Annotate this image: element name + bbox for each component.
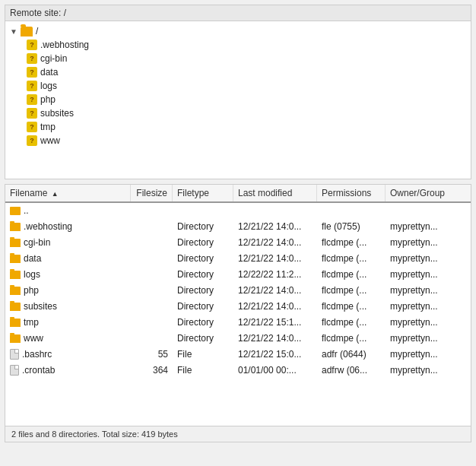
- filename-text: cgi-bin: [24, 237, 50, 248]
- tree-item-label: .webhosting: [40, 40, 89, 50]
- folder-icon: [10, 319, 21, 327]
- folder-icon: [10, 239, 21, 247]
- table-row[interactable]: dataDirectory12/21/22 14:0...flcdmpe (..…: [5, 251, 471, 267]
- filetype-text: [173, 209, 233, 212]
- filesize-text: [131, 289, 173, 292]
- unknown-folder-icon: [27, 53, 37, 64]
- unknown-folder-icon: [27, 67, 37, 78]
- table-row[interactable]: .webhostingDirectory12/21/22 14:0...fle …: [5, 219, 471, 235]
- col-header-filesize[interactable]: Filesize: [131, 185, 173, 201]
- table-row[interactable]: ..: [5, 203, 471, 219]
- table-row[interactable]: tmpDirectory12/21/22 15:1...flcdmpe (...…: [5, 315, 471, 331]
- owner-text: myprettyn...: [386, 300, 471, 313]
- tree-item[interactable]: logs: [5, 79, 471, 93]
- tree-item-label: php: [40, 94, 56, 105]
- owner-text: myprettyn...: [386, 236, 471, 249]
- permissions-text: [317, 209, 386, 212]
- parent-folder-icon: [10, 207, 21, 215]
- folder-icon: [10, 255, 21, 263]
- owner-text: myprettyn...: [386, 315, 471, 329]
- tree-item[interactable]: data: [5, 65, 471, 79]
- lastmod-text: 12/21/22 15:0...: [233, 347, 317, 361]
- filetype-text: Directory: [173, 315, 233, 329]
- permissions-text: flcdmpe (...: [317, 315, 386, 329]
- folder-icon: [10, 223, 21, 231]
- unknown-folder-icon: [27, 108, 37, 119]
- tree-item[interactable]: www: [5, 134, 471, 147]
- remote-site-panel: Remote site: / ▼ / .webhostingcgi-bindat…: [5, 5, 471, 179]
- unknown-folder-icon: [27, 40, 37, 50]
- filelist-header: Filename ▲ Filesize Filetype Last modifi…: [5, 185, 471, 203]
- filename-text: .bashrc: [22, 349, 52, 360]
- table-row[interactable]: .bashrc55File12/21/22 15:0...adfr (0644)…: [5, 347, 471, 363]
- folder-icon: [10, 334, 21, 343]
- unknown-folder-icon: [27, 135, 37, 146]
- col-header-filetype[interactable]: Filetype: [173, 185, 233, 201]
- tree-item[interactable]: php: [5, 93, 471, 106]
- permissions-text: flcdmpe (...: [317, 268, 386, 281]
- status-text: 2 files and 8 directories. Total size: 4…: [11, 430, 178, 439]
- panel-path: /: [64, 8, 66, 18]
- filename-text: www: [24, 333, 43, 344]
- permissions-text: adfrw (06...: [317, 363, 386, 377]
- filetype-text: Directory: [173, 268, 233, 281]
- table-row[interactable]: cgi-binDirectory12/21/22 14:0...flcdmpe …: [5, 235, 471, 251]
- lastmod-text: 12/21/22 14:0...: [233, 284, 317, 297]
- table-row[interactable]: wwwDirectory12/21/22 14:0...flcdmpe (...…: [5, 331, 471, 347]
- owner-text: myprettyn...: [386, 268, 471, 281]
- root-folder-icon: [21, 27, 33, 36]
- permissions-text: fle (0755): [317, 220, 386, 233]
- unknown-folder-icon: [27, 81, 37, 91]
- tree-arrow-icon: ▼: [10, 27, 19, 36]
- filetype-text: Directory: [173, 220, 233, 233]
- folder-icon: [10, 271, 21, 279]
- tree-item-label: subsites: [40, 108, 74, 119]
- lastmod-text: 12/21/22 14:0...: [233, 300, 317, 313]
- col-header-lastmod[interactable]: Last modified: [233, 185, 317, 201]
- filetype-text: Directory: [173, 252, 233, 265]
- tree-item-label: data: [40, 67, 58, 78]
- filelist-body: ...webhostingDirectory12/21/22 14:0...fl…: [5, 203, 471, 426]
- owner-text: myprettyn...: [386, 252, 471, 265]
- filetype-text: File: [173, 363, 233, 377]
- status-bar: 2 files and 8 directories. Total size: 4…: [5, 426, 471, 442]
- filesize-text: [131, 273, 173, 276]
- filesize-text: [131, 209, 173, 212]
- owner-text: myprettyn...: [386, 363, 471, 377]
- lastmod-text: [233, 209, 317, 212]
- tree-items-container: .webhostingcgi-bindatalogsphpsubsitestmp…: [5, 38, 471, 147]
- filetype-text: Directory: [173, 284, 233, 297]
- filename-text: .webhosting: [24, 221, 72, 232]
- owner-text: [386, 209, 471, 212]
- table-row[interactable]: phpDirectory12/21/22 14:0...flcdmpe (...…: [5, 283, 471, 299]
- lastmod-text: 12/21/22 15:1...: [233, 315, 317, 329]
- lastmod-text: 01/01/00 00:...: [233, 363, 317, 377]
- tree-item[interactable]: .webhosting: [5, 38, 471, 52]
- owner-text: myprettyn...: [386, 347, 471, 361]
- col-header-permissions[interactable]: Permissions: [317, 185, 386, 201]
- lastmod-text: 12/22/22 11:2...: [233, 268, 317, 281]
- panel-header: Remote site: /: [5, 5, 471, 21]
- tree-item-label: www: [40, 135, 60, 146]
- permissions-text: flcdmpe (...: [317, 252, 386, 265]
- file-icon: [10, 349, 19, 360]
- table-row[interactable]: .crontab364File01/01/00 00:...adfrw (06.…: [5, 363, 471, 379]
- tree-item[interactable]: cgi-bin: [5, 52, 471, 65]
- filename-text: logs: [24, 269, 40, 280]
- table-row[interactable]: logsDirectory12/22/22 11:2...flcdmpe (..…: [5, 267, 471, 283]
- tree-root-label: /: [36, 26, 38, 36]
- filesize-text: [131, 241, 173, 244]
- filetype-text: Directory: [173, 300, 233, 313]
- tree-item[interactable]: subsites: [5, 106, 471, 120]
- folder-icon: [10, 287, 21, 295]
- permissions-text: flcdmpe (...: [317, 300, 386, 313]
- filesize-text: [131, 305, 173, 308]
- tree-root[interactable]: ▼ /: [5, 24, 471, 38]
- col-header-filename[interactable]: Filename ▲: [5, 185, 131, 201]
- col-header-owner[interactable]: Owner/Group: [386, 185, 471, 201]
- panel-header-label: Remote site:: [10, 8, 61, 18]
- tree-item[interactable]: tmp: [5, 120, 471, 134]
- table-row[interactable]: subsitesDirectory12/21/22 14:0...flcdmpe…: [5, 299, 471, 315]
- lastmod-text: 12/21/22 14:0...: [233, 236, 317, 249]
- file-icon: [10, 365, 19, 376]
